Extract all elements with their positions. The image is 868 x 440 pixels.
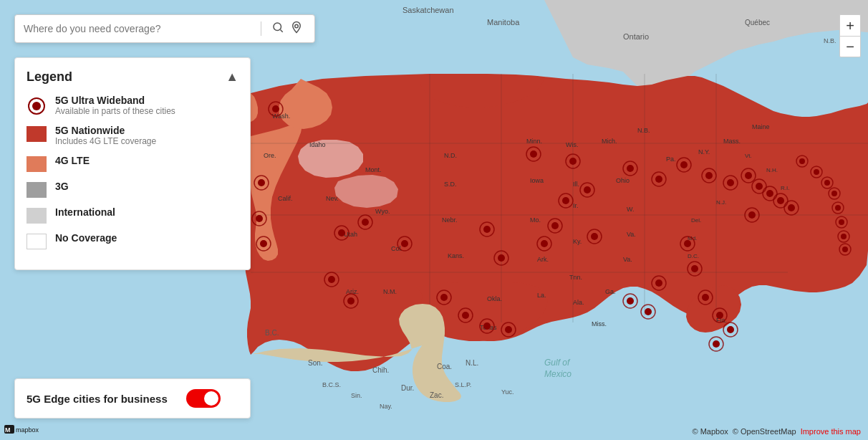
- svg-text:Pa.: Pa.: [666, 156, 676, 163]
- svg-text:R.I.: R.I.: [781, 185, 789, 191]
- svg-text:Del.: Del.: [691, 217, 701, 224]
- svg-text:Kans.: Kans.: [448, 252, 464, 259]
- zoom-in-button[interactable]: +: [839, 14, 861, 36]
- nationwide-label: 5G Nationwide: [55, 125, 156, 136]
- svg-text:Son.: Son.: [308, 359, 323, 367]
- search-input[interactable]: [24, 23, 254, 34]
- svg-point-151: [814, 169, 819, 175]
- svg-text:Mo.: Mo.: [530, 216, 541, 224]
- no-coverage-icon: [26, 234, 47, 249]
- svg-point-115: [745, 172, 752, 179]
- svg-text:N.H.: N.H.: [766, 167, 778, 173]
- svg-text:Gulf of: Gulf of: [544, 358, 571, 368]
- svg-point-159: [839, 219, 844, 225]
- svg-text:N.B.: N.B.: [637, 127, 650, 134]
- svg-point-155: [831, 191, 837, 196]
- svg-text:Calif.: Calif.: [278, 195, 293, 202]
- svg-text:M: M: [5, 426, 11, 434]
- svg-point-81: [256, 215, 263, 222]
- mapbox-logo: M mapbox: [4, 423, 47, 436]
- toggle-slider: [186, 389, 221, 408]
- search-bar: [14, 14, 315, 43]
- legend-item-lte: 4G LTE: [26, 155, 238, 172]
- svg-text:Nebr.: Nebr.: [442, 216, 458, 224]
- legend-panel: Legend ▲ 5G Ultra Wideband Available in …: [14, 57, 251, 270]
- svg-text:N.J.: N.J.: [716, 199, 726, 206]
- toggle-container: Off: [186, 389, 238, 408]
- svg-text:Saskatchewan: Saskatchewan: [402, 6, 454, 14]
- improve-map-link[interactable]: Improve this map: [801, 427, 861, 436]
- svg-text:Nev.: Nev.: [326, 195, 339, 202]
- svg-point-121: [777, 197, 784, 204]
- no-coverage-label: No Coverage: [55, 232, 117, 244]
- svg-text:Va.: Va.: [627, 231, 636, 238]
- location-button[interactable]: [287, 21, 306, 37]
- svg-point-169: [483, 226, 491, 233]
- svg-text:mapbox: mapbox: [16, 426, 39, 434]
- svg-point-83: [260, 240, 267, 247]
- svg-point-87: [362, 219, 369, 226]
- svg-text:Ky.: Ky.: [573, 238, 582, 245]
- svg-point-171: [498, 254, 505, 262]
- svg-text:D.C.: D.C.: [688, 253, 699, 259]
- svg-point-101: [562, 197, 569, 204]
- svg-text:Minn.: Minn.: [526, 138, 542, 145]
- svg-point-79: [258, 179, 265, 186]
- svg-point-139: [716, 312, 723, 319]
- international-icon: [26, 208, 47, 224]
- legend-toggle-button[interactable]: ▲: [226, 70, 238, 85]
- toggle-off-label: Off: [226, 393, 238, 403]
- svg-text:Manitoba: Manitoba: [487, 18, 520, 27]
- mapbox-logo-image: M mapbox: [4, 423, 47, 436]
- svg-point-176: [274, 23, 281, 31]
- svg-text:Utah: Utah: [344, 231, 357, 238]
- svg-text:S.L.P.: S.L.P.: [455, 381, 471, 388]
- svg-point-143: [462, 312, 469, 319]
- svg-point-85: [338, 229, 345, 236]
- svg-text:Sin.: Sin.: [351, 392, 362, 399]
- svg-text:Ala.: Ala.: [573, 299, 584, 306]
- svg-point-157: [835, 205, 841, 211]
- svg-text:S.D.: S.D.: [444, 181, 457, 188]
- edge-toggle[interactable]: [186, 389, 221, 408]
- svg-text:Wis.: Wis.: [566, 141, 579, 148]
- svg-text:Québec: Québec: [745, 19, 770, 27]
- legend-item-3g: 3G: [26, 181, 238, 198]
- svg-point-123: [788, 204, 795, 211]
- zoom-out-button[interactable]: −: [839, 36, 861, 57]
- svg-text:N.L.: N.L.: [466, 359, 478, 367]
- svg-point-167: [713, 340, 720, 348]
- svg-text:Ill.: Ill.: [573, 181, 579, 188]
- svg-point-117: [756, 183, 763, 190]
- svg-point-129: [691, 265, 698, 272]
- map-attribution: © Mapbox © OpenStreetMap Improve this ma…: [693, 427, 862, 436]
- svg-point-93: [347, 297, 355, 305]
- zoom-controls: + −: [839, 14, 861, 57]
- legend-item-no-coverage: No Coverage: [26, 232, 238, 249]
- svg-point-147: [505, 326, 512, 333]
- legend-title: Legend: [26, 70, 72, 85]
- svg-text:Vt.: Vt.: [745, 153, 752, 159]
- search-button[interactable]: [269, 21, 287, 37]
- svg-point-163: [842, 247, 848, 252]
- svg-point-161: [841, 234, 847, 239]
- svg-point-178: [295, 24, 299, 28]
- svg-line-177: [280, 29, 282, 32]
- svg-text:N.M.: N.M.: [383, 288, 397, 295]
- svg-point-149: [799, 158, 805, 164]
- svg-point-127: [684, 240, 691, 247]
- nationwide-sublabel: Includes 4G LTE coverage: [55, 136, 156, 146]
- svg-text:Zac.: Zac.: [430, 391, 443, 399]
- svg-point-99: [584, 186, 591, 193]
- svg-text:Mich.: Mich.: [602, 138, 617, 145]
- svg-text:N.D.: N.D.: [444, 152, 457, 159]
- svg-point-175: [591, 233, 598, 240]
- svg-text:Okla.: Okla.: [487, 295, 502, 302]
- svg-text:N.Y.: N.Y.: [698, 148, 710, 156]
- svg-point-131: [655, 279, 662, 287]
- svg-text:Wyo.: Wyo.: [375, 208, 390, 215]
- svg-point-95: [530, 150, 537, 158]
- svg-point-153: [824, 180, 830, 186]
- svg-text:Mass.: Mass.: [723, 138, 741, 145]
- lte-icon: [26, 156, 47, 172]
